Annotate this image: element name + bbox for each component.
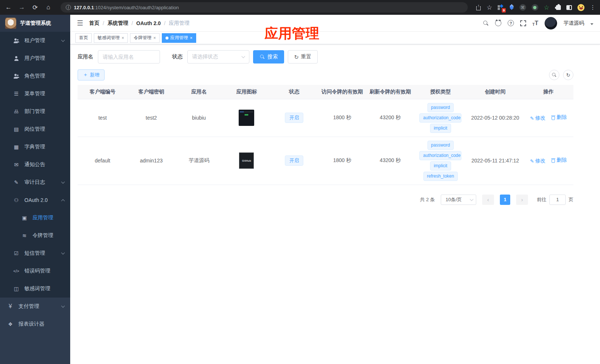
close-icon[interactable]: × [153,35,156,41]
sidebar-item-payment[interactable]: ¥支付管理 [0,298,70,315]
reset-button[interactable]: ↻重置 [288,50,318,63]
sidebar-item-sms[interactable]: ☑短信管理 [0,244,70,262]
sidebar-item-menu[interactable]: ☰菜单管理 [0,85,70,103]
sidebar-item-tenant[interactable]: 租户管理 [0,32,70,49]
sidebar-menu: 租户管理 用户管理 角色管理 ☰菜单管理 品部门管理 ▤岗位管理 ▦字典管理 ✉… [0,32,70,364]
browser-forward-icon[interactable]: → [18,4,26,11]
close-icon[interactable]: × [190,35,192,41]
prev-page-button[interactable]: ‹ [482,195,494,205]
status-badge: 开启 [285,155,303,166]
close-icon[interactable]: × [122,35,124,41]
sidebar-item-error-code[interactable]: </>错误码管理 [0,262,70,280]
bookmark-star-icon[interactable]: ☆ [487,4,492,11]
tab-token[interactable]: 令牌管理× [130,33,160,43]
pencil-icon: ✎ [530,116,534,121]
breadcrumb-system[interactable]: 系统管理 [108,20,128,27]
browser-home-icon[interactable]: ⌂ [44,4,52,11]
grant-tag: authorization_code [419,113,461,123]
trash-icon [551,115,555,120]
browser-reload-icon[interactable]: ⟳ [31,4,39,11]
delete-link[interactable]: 删除 [551,157,567,164]
search-button[interactable]: 搜索 [253,50,284,63]
page-number-button[interactable]: 1 [500,195,510,205]
grant-tag: implicit [430,161,451,171]
client-secret-cell: admin123 [127,137,175,185]
browser-toolbar: ← → ⟳ ⌂ i 127.0.0.1:1024/system/oauth2/o… [0,0,600,15]
help-icon[interactable]: ? [508,20,514,26]
next-page-button[interactable]: › [516,195,528,205]
client-id-cell: test [78,99,127,137]
report-designer-icon: ❖ [7,321,13,327]
tab-application[interactable]: 应用管理× [162,33,196,43]
breadcrumb-oauth2[interactable]: OAuth 2.0 [136,20,161,26]
delete-link[interactable]: 删除 [551,114,567,121]
client-id-cell: default [78,137,127,185]
sidebar-item-report-designer[interactable]: ❖报表设计器 [0,315,70,333]
audit-pencil-icon: ✎ [13,179,19,185]
address-bar[interactable]: i 127.0.0.1:1024/system/oauth2/oauth2/ap… [61,2,468,13]
sidebar-item-role[interactable]: 角色管理 [0,67,70,85]
status-select[interactable]: 请选择状态 [187,50,249,63]
fullscreen-icon[interactable] [520,20,526,26]
sidebar-filler [0,333,70,364]
user-avatar[interactable] [545,17,557,30]
app-name-input[interactable] [98,50,160,63]
extension-grid-icon[interactable]: 9 [498,4,504,10]
client-secret-cell: test2 [127,99,175,137]
breadcrumb-home[interactable]: 首页 [89,20,99,27]
profile-avatar-icon[interactable] [577,4,584,11]
table-header-row: 客户端编号 客户端密钥 应用名 应用图标 状态 访问令牌的有效期 刷新令牌的有效… [78,85,573,99]
sidebar-item-announcement[interactable]: ✉通知公告 [0,156,70,174]
user-icon [13,56,19,61]
extension-gem-icon[interactable]: ◆ [509,4,514,11]
filter-form: 应用名 状态 请选择状态 搜索 ↻重置 [78,50,573,63]
username[interactable]: 芋道源码 [563,20,584,27]
app-logo-image [5,18,16,29]
sidebar-item-oauth2[interactable]: ⚇OAuth 2.0 [0,191,70,209]
add-button[interactable]: ＋新增 [78,69,105,80]
page-size-select[interactable]: 10条/页 [441,195,476,205]
status-badge: 开启 [285,113,303,123]
sidebar-item-audit-log[interactable]: ✎审计日志 [0,174,70,191]
goto-label: 前往 [537,196,546,203]
site-info-icon[interactable]: i [66,5,71,10]
chevron-up-icon [61,199,65,203]
chevron-down-icon [470,197,474,201]
sidebar-item-department[interactable]: 品部门管理 [0,103,70,120]
edit-link[interactable]: ✎修改 [530,158,546,164]
edit-link[interactable]: ✎修改 [530,115,546,121]
user-menu-caret-icon[interactable] [590,23,593,25]
badge-icon: ▤ [13,126,19,132]
share-icon[interactable] [476,5,481,10]
font-size-icon[interactable]: TT [532,20,538,27]
active-dot-icon [166,37,168,40]
toggle-search-button[interactable] [549,70,559,80]
tab-home[interactable]: 首页 [75,33,92,43]
goto-page-input[interactable] [549,195,566,205]
sidebar-item-dictionary[interactable]: ▦字典管理 [0,138,70,156]
access-token-ttl-cell: 1800 秒 [318,137,367,185]
search-icon[interactable] [483,20,489,26]
robot-icon: ⚇ [13,197,19,203]
sidebar-item-user[interactable]: 用户管理 [0,49,70,67]
extension-record-icon[interactable] [532,4,538,11]
extension-command-icon[interactable]: ⌘ [519,4,526,11]
extension-star-icon[interactable]: ☆ [544,4,549,11]
github-icon[interactable] [495,20,501,26]
browser-back-icon[interactable]: ← [4,4,13,11]
sidebar-item-application[interactable]: ▣应用管理 [0,209,70,227]
tab-sensitive-word[interactable]: 敏感词管理× [94,33,128,43]
extensions-puzzle-icon[interactable] [556,5,561,10]
sidebar-collapse-icon[interactable]: ☰ [77,19,83,27]
created-time-cell: 2022-05-12 00:28:20 [467,99,524,137]
dictionary-book-icon: ▦ [13,144,19,150]
sidebar-item-sensitive-word[interactable]: ◫敏感词管理 [0,280,70,298]
search-icon [260,54,265,59]
grant-types: password authorization_code implicit ref… [416,141,466,181]
refresh-table-button[interactable]: ↻ [563,70,573,80]
browser-menu-icon[interactable]: ⋮ [590,4,596,11]
split-view-icon[interactable] [566,5,572,10]
sidebar-item-post[interactable]: ▤岗位管理 [0,120,70,138]
app-logo-bar[interactable]: 芋道管理系统 [0,15,70,32]
sidebar-item-token[interactable]: ≋令牌管理 [0,227,70,244]
